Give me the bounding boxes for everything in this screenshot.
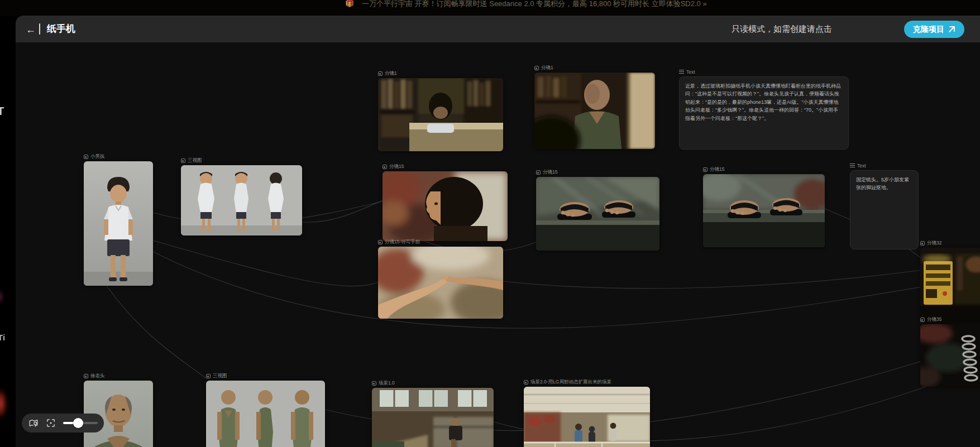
image-node-icon: [383, 165, 387, 169]
character-image[interactable]: [84, 161, 153, 286]
text-node-content[interactable]: 近景，透过玻璃柜拍摄纸手机小孩天真懵懂地盯着柜台里的纸手机样品问：“这种是不是可…: [679, 76, 849, 150]
node-label: Text: [857, 163, 866, 169]
character-image[interactable]: [206, 381, 325, 447]
zoom-slider[interactable]: [63, 418, 98, 428]
character-art-boy-3view: [181, 165, 302, 235]
node-label-row: Text: [679, 69, 849, 75]
storyboard-image[interactable]: [920, 324, 980, 387]
text-node-icon: [850, 164, 855, 168]
node-label-row: 徐老头: [84, 373, 153, 379]
storyboard-image[interactable]: [383, 171, 508, 241]
node-label-row: 场景1.0: [372, 380, 494, 386]
storyboard-image[interactable]: [920, 248, 980, 321]
node-label-row: 三视图: [181, 157, 302, 164]
storyboard-art-scene2: [524, 387, 650, 447]
node-label-row: 分镜15: [383, 164, 508, 170]
storyboard-art-phone-cord: [920, 324, 980, 387]
readonly-notice: 只读模式，如需创建请点击: [732, 16, 832, 42]
character-image[interactable]: [181, 165, 302, 235]
node-label: 分镜15: [543, 169, 557, 176]
zoom-slider-thumb[interactable]: [73, 418, 83, 428]
node-label: 场景1.0: [379, 380, 395, 387]
image-node-icon: [378, 71, 383, 76]
image-node-icon: [378, 240, 383, 244]
node-label: Text: [686, 69, 695, 75]
storyboard-image[interactable]: [524, 387, 650, 447]
node-label-row: 分镜1: [534, 65, 655, 71]
fit-view-icon[interactable]: [46, 418, 56, 428]
node-label: 分镜15: [389, 164, 404, 170]
node-text1[interactable]: Text 近景，透过玻璃柜拍摄纸手机小孩天真懵懂地盯着柜台里的纸手机样品问：“这…: [679, 69, 849, 150]
node-shot1-oldman[interactable]: 分镜1: [534, 65, 655, 149]
project-title: 纸手机: [47, 16, 75, 42]
storyboard-image[interactable]: [534, 73, 655, 149]
image-node-icon: [84, 374, 88, 378]
node-label: 三视图: [188, 157, 202, 164]
node-shot15-sandals1[interactable]: 分镜15: [536, 169, 659, 251]
node-shot15-sandals2[interactable]: 分镜15: [703, 166, 825, 247]
image-node-icon: [920, 318, 925, 322]
node-shot15-hands[interactable]: 分镜15-特写手部: [378, 239, 503, 319]
node-label: 分镜15-特写手部: [385, 239, 420, 246]
character-art-boy: [84, 161, 153, 286]
node-label-row: 三视图: [206, 373, 325, 379]
clone-project-button[interactable]: 克隆项目: [904, 21, 964, 38]
node-shot1-boy[interactable]: 分镜1: [378, 70, 503, 151]
canvas-controls: [22, 414, 104, 432]
storyboard-art-shop-machine: [920, 248, 980, 321]
node-shot15-profile[interactable]: 分镜15: [383, 164, 508, 241]
storyboard-art-sandals1: [536, 177, 659, 251]
storyboard-image[interactable]: [378, 247, 503, 319]
image-node-icon: [524, 380, 528, 384]
background-glow-red: [0, 384, 8, 423]
node-label: 分镜1: [385, 70, 397, 77]
image-node-icon: [534, 66, 539, 70]
storyboard-image[interactable]: [372, 388, 494, 447]
node-label-row: 分镜15: [703, 166, 825, 172]
node-shot32[interactable]: 分镜32: [920, 240, 980, 321]
node-label: 徐老头: [90, 373, 105, 379]
image-node-icon: [372, 381, 376, 386]
node-label-row: 分镜15: [536, 169, 659, 175]
node-boy-portrait[interactable]: 小男孩: [84, 153, 153, 286]
banner-gift-icon: 🎁: [345, 0, 354, 11]
image-node-icon: [181, 158, 185, 163]
image-node-icon: [206, 374, 211, 378]
storyboard-image[interactable]: [378, 78, 503, 151]
storyboard-art-boy-profile: [383, 171, 508, 241]
node-oldman-3view[interactable]: 三视图: [206, 373, 325, 447]
storyboard-art-hands: [378, 247, 503, 319]
node-canvas[interactable]: 分镜1: [16, 42, 980, 447]
node-label-row: 分镜15-特写手部: [378, 239, 503, 245]
node-xu-oldman[interactable]: 徐老头: [84, 373, 153, 447]
storyboard-image[interactable]: [536, 177, 659, 251]
node-scene2[interactable]: 场景2.0-用LG局部动态扩展出来的场景: [524, 379, 650, 447]
node-scene1[interactable]: 场景1.0: [372, 380, 494, 447]
node-label-row: 分镜1: [378, 70, 503, 76]
background-bleed-text-bottom: Ti: [0, 333, 5, 342]
node-label: 小男孩: [90, 153, 105, 160]
node-boy-3view[interactable]: 三视图: [181, 157, 302, 235]
text-node-content[interactable]: 固定镜头。5岁小朋友紧张的脚趾抠地。: [850, 170, 919, 249]
node-label-row: 小男孩: [84, 153, 153, 160]
character-art-oldman-3view: [206, 381, 325, 447]
image-node-icon: [536, 170, 541, 175]
node-shot35[interactable]: 分镜35: [920, 316, 980, 387]
clone-project-label: 克隆项目: [913, 25, 944, 35]
node-label-row: 场景2.0-用LG局部动态扩展出来的场景: [524, 379, 650, 385]
promo-banner: 🎁 一万个平行宇宙 开赛！订阅畅享限时送 Seedance 2.0 专属积分，最…: [0, 0, 980, 16]
text-node-icon: [679, 70, 684, 74]
workspace-panel: ← 纸手机 只读模式，如需创建请点击 克隆项目: [16, 16, 980, 447]
storyboard-art-scene1: [372, 388, 494, 447]
storyboard-art-oldman-counter: [534, 73, 655, 149]
image-node-icon: [920, 241, 925, 246]
back-button[interactable]: ←: [23, 22, 38, 37]
node-label: 分镜15: [710, 166, 724, 173]
node-label: 分镜35: [927, 316, 941, 323]
node-text2[interactable]: Text 固定镜头。5岁小朋友紧张的脚趾抠地。: [850, 162, 919, 249]
minimap-icon[interactable]: [28, 418, 39, 428]
storyboard-image[interactable]: [703, 174, 825, 247]
node-label: 三视图: [213, 373, 227, 379]
image-node-icon: [703, 167, 707, 172]
node-label-row: 分镜35: [920, 316, 980, 323]
